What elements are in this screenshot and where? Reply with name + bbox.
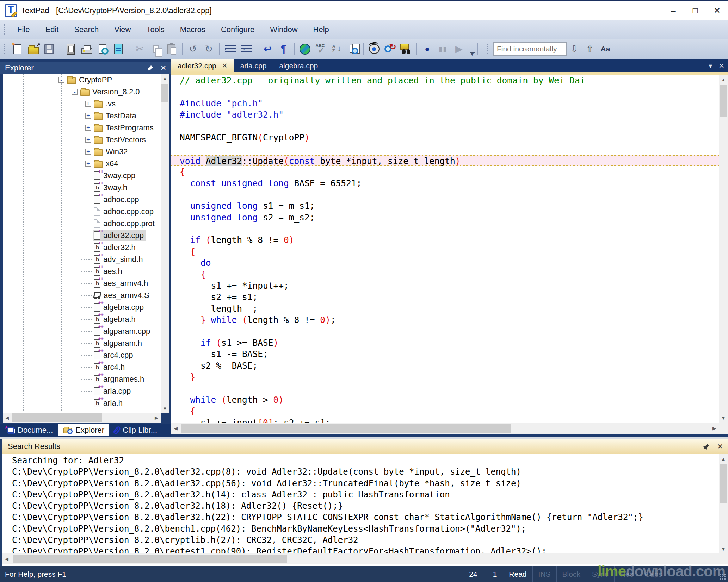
tree-item-adhoc.cpp.cop[interactable]: adhoc.cpp.cop [3, 206, 161, 218]
menu-window[interactable]: Window [262, 25, 305, 34]
tree-item-algparam.cpp[interactable]: algparam.cpp [3, 325, 161, 337]
compare-documents-button[interactable] [345, 41, 360, 57]
collapse-icon[interactable]: - [72, 89, 78, 95]
scrollbar-thumb[interactable] [720, 85, 727, 117]
tree-item-x64[interactable]: +x64 [3, 158, 161, 170]
tree-item-aes.h[interactable]: aes.h [3, 265, 161, 277]
status-toggle-ins[interactable]: INS [532, 566, 556, 582]
print-button[interactable] [79, 41, 94, 57]
minimize-button[interactable]: – [662, 1, 684, 20]
editor-vertical-scrollbar[interactable]: ▲ ▼ [719, 75, 728, 423]
tree-item-algebra.h[interactable]: algebra.h [3, 313, 161, 325]
sort-button[interactable] [329, 41, 345, 57]
search-result-line[interactable]: C:\Dev\CryptoPP\Version_8.2.0\bench1.cpp… [2, 523, 719, 534]
scroll-down-icon[interactable]: ▼ [161, 404, 169, 413]
undo-button[interactable]: ↺ [185, 41, 201, 57]
print-preview-button[interactable] [94, 41, 110, 57]
search-results-close-icon[interactable]: ✕ [717, 442, 723, 451]
tree-item-aria.h[interactable]: aria.h [3, 397, 161, 409]
scroll-left-icon[interactable]: ◀ [3, 413, 11, 423]
tree-item-aria.cpp[interactable]: aria.cpp [3, 385, 161, 397]
html-globe-button[interactable] [297, 41, 313, 57]
tree-item-argnames.h[interactable]: argnames.h [3, 373, 161, 385]
search-result-line[interactable]: C:\Dev\CryptoPP\Version_8.2.0\regtest1.c… [2, 546, 719, 553]
tree-item-aes_armv4.h[interactable]: aes_armv4.h [3, 277, 161, 289]
search-result-line[interactable]: C:\Dev\CryptoPP\Version_8.2.0\adler32.h(… [2, 512, 719, 523]
word-wrap-button[interactable]: ↩ [260, 41, 276, 57]
scrollbar-thumb[interactable] [12, 413, 102, 422]
scrollbar-thumb[interactable] [13, 555, 287, 563]
search-result-line[interactable]: C:\Dev\CryptoPP\Version_8.2.0\adler32.cp… [2, 466, 719, 477]
explorer-tree[interactable]: -CryptoPP-Version_8.2.0+.vs+TestData+Tes… [3, 74, 161, 413]
search-results-list[interactable]: Searching for: Adler32C:\Dev\CryptoPP\Ve… [2, 454, 719, 553]
match-case-button[interactable]: Aa [598, 42, 613, 56]
save-button[interactable] [41, 41, 57, 57]
expand-icon[interactable]: + [85, 125, 91, 131]
tree-item-.vs[interactable]: +.vs [3, 98, 161, 110]
new-document-button[interactable] [10, 41, 25, 57]
indent-button[interactable] [238, 41, 254, 57]
replace-button[interactable] [382, 41, 398, 57]
tree-item-adv_simd.h[interactable]: adv_simd.h [3, 254, 161, 265]
scroll-down-icon[interactable]: ▼ [719, 544, 728, 553]
scroll-right-icon[interactable]: ▶ [152, 413, 161, 423]
expand-icon[interactable]: + [85, 113, 91, 119]
tree-item-CryptoPP[interactable]: -CryptoPP [3, 74, 161, 86]
search-result-line[interactable]: C:\Dev\CryptoPP\Version_8.2.0\adler32.cp… [2, 478, 719, 489]
panel-tab-docume[interactable]: Docume... [2, 424, 58, 436]
scroll-up-icon[interactable]: ▲ [161, 74, 169, 82]
menu-macros[interactable]: Macros [172, 25, 213, 34]
collapse-icon[interactable]: - [58, 77, 64, 83]
search-result-line[interactable]: C:\Dev\CryptoPP\Version_8.2.0\cryptlib.h… [2, 534, 719, 546]
code-editor[interactable]: // adler32.cpp - originally written and … [171, 75, 719, 423]
unindent-button[interactable] [222, 41, 238, 57]
cut-button[interactable]: ✂ [132, 41, 148, 57]
tree-item-adhoc.cpp[interactable]: adhoc.cpp [3, 194, 161, 206]
pin-icon[interactable] [147, 64, 154, 71]
find-in-files-button[interactable] [398, 41, 414, 57]
redo-button[interactable]: ↻ [201, 41, 217, 57]
menubar-grip[interactable] [4, 24, 5, 35]
panel-tab-cliplibr[interactable]: Clip Libr... [110, 424, 162, 436]
explorer-close-icon[interactable]: ✕ [160, 64, 166, 72]
tree-item-algebra.cpp[interactable]: algebra.cpp [3, 301, 161, 313]
findbar-grip[interactable] [487, 44, 489, 54]
menu-view[interactable]: View [106, 25, 138, 34]
find-next-down-button[interactable]: ⇩ [567, 42, 582, 56]
open-file-button[interactable] [25, 41, 41, 57]
scrollbar-thumb[interactable] [161, 84, 168, 102]
tab-close-icon[interactable]: ✕ [222, 62, 228, 70]
scroll-down-icon[interactable]: ▼ [719, 413, 728, 423]
search-vertical-scrollbar[interactable]: ▲ ▼ [719, 454, 728, 553]
search-result-line[interactable]: Searching for: Adler32 [2, 455, 719, 466]
tree-item-adler32.h[interactable]: adler32.h [3, 242, 161, 254]
formatting-marks-button[interactable]: ¶ [276, 41, 291, 57]
tree-item-Win32[interactable]: +Win32 [3, 146, 161, 158]
paste-button[interactable] [164, 41, 179, 57]
scrollbar-thumb[interactable] [181, 424, 511, 433]
tab-algebra.cpp[interactable]: algebra.cpp [273, 59, 324, 72]
maximize-button[interactable]: □ [684, 1, 706, 20]
tree-item-TestData[interactable]: +TestData [3, 110, 161, 122]
scroll-up-icon[interactable]: ▲ [719, 75, 728, 84]
explorer-horizontal-scrollbar[interactable]: ◀ ▶ [3, 413, 161, 423]
menu-tools[interactable]: Tools [138, 25, 172, 34]
search-result-line[interactable]: C:\Dev\CryptoPP\Version_8.2.0\adler32.h(… [2, 489, 719, 500]
tree-item-algparam.h[interactable]: algparam.h [3, 337, 161, 349]
tabbar-close-icon[interactable]: ✕ [718, 62, 724, 70]
status-toggle-block[interactable]: Block [556, 566, 586, 582]
scroll-left-icon[interactable]: ◀ [171, 423, 180, 434]
tab-adler32.cpp[interactable]: adler32.cpp✕ [171, 59, 234, 72]
tree-item-TestVectors[interactable]: +TestVectors [3, 134, 161, 146]
scroll-up-icon[interactable]: ▲ [719, 454, 728, 463]
tree-item-TestPrograms[interactable]: +TestPrograms [3, 122, 161, 134]
tree-item-adhoc.cpp.prot[interactable]: adhoc.cpp.prot [3, 218, 161, 230]
scrollbar-thumb[interactable] [720, 464, 727, 503]
editor-horizontal-scrollbar[interactable]: ◀ ▶ [171, 423, 719, 434]
search-result-line[interactable]: C:\Dev\CryptoPP\Version_8.2.0\adler32.h(… [2, 500, 719, 512]
toolbar-overflow-chevron[interactable]: ▾ [470, 41, 475, 57]
scroll-right-icon[interactable]: ▶ [710, 423, 719, 434]
tab-list-chevron-icon[interactable]: ▾ [709, 62, 712, 70]
pause-macro-button[interactable]: ▮▮ [435, 41, 451, 57]
expand-icon[interactable]: + [85, 161, 91, 167]
